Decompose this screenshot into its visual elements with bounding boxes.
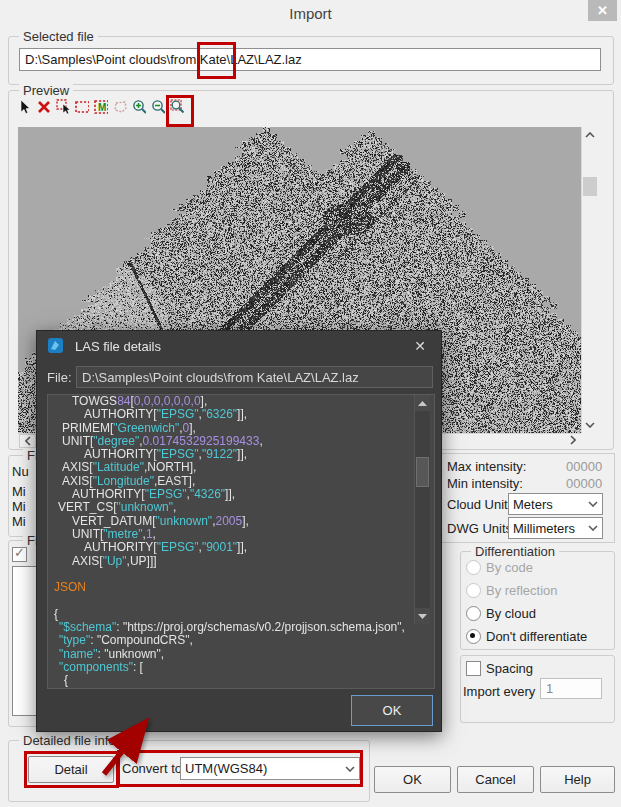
convert-to-value: UTM(WGS84) [185,761,345,776]
delete-selection-icon[interactable] [37,95,51,119]
close-icon: ✕ [597,3,608,18]
zoom-in-icon[interactable] [132,95,146,119]
radio-by-code: By code [466,560,533,575]
file-label: File: [47,370,72,385]
select-cursor-icon[interactable] [18,95,32,119]
close-button[interactable]: ✕ [588,0,617,21]
radio-icon [466,560,481,575]
zoom-window-icon[interactable] [170,95,184,119]
las-file-details-dialog: LAS file details ✕ File: D:\Samples\Poin… [36,330,442,732]
file-info-row: Nu [12,464,29,479]
cancel-button[interactable]: Cancel [457,766,534,793]
scroll-left-icon[interactable] [19,434,36,448]
import-every-label: Import every [463,684,535,699]
scroll-up-icon[interactable] [583,128,596,142]
zoom-out-icon[interactable] [151,95,165,119]
las-code-scrollbar[interactable] [414,395,430,624]
chevron-down-icon [345,766,355,772]
file-info-row: Mi [12,514,26,529]
import-every-input: 1 [540,678,602,699]
radio-icon [466,606,481,621]
scroll-down-icon[interactable] [583,418,596,432]
max-intensity-label: Max intensity: [447,459,526,474]
select-by-rectangle-icon[interactable] [56,95,70,119]
las-dialog-title: LAS file details [75,339,161,354]
cloud-units-value: Meters [513,497,588,512]
radio-by-reflection: By reflection [466,583,558,598]
radio-icon [466,629,481,644]
selected-file-input[interactable]: D:\Samples\Point clouds\from Kate\LAZ\LA… [19,48,601,71]
min-intensity-label: Min intensity: [447,476,523,491]
file-info-row: Mi [12,484,26,499]
preview-toolbar: M [18,95,189,119]
file-info-row: Mi [12,499,26,514]
ok-button[interactable]: OK [374,766,451,793]
preview-vscrollbar[interactable] [581,127,598,433]
las-scroll-thumb[interactable] [416,457,429,487]
cloud-units-dropdown[interactable]: Meters [508,493,603,515]
dwg-units-label: DWG Units: [447,521,516,536]
chevron-down-icon [588,525,598,531]
min-intensity-value: 00000 [566,476,602,491]
radio-by-cloud[interactable]: By cloud [466,606,536,621]
convert-to-dropdown[interactable]: UTM(WGS84) [180,757,360,780]
app-icon [47,337,64,357]
differentiation-group-label: Differentiation [471,544,559,559]
selected-file-group: Selected file D:\Samples\Point clouds\fr… [8,36,614,85]
dialog-title: Import [0,5,621,22]
check-icon: ✓ [14,545,25,560]
spacing-checkbox-row[interactable]: Spacing [466,661,533,676]
import-dialog: Import ✕ Selected file D:\Samples\Point … [0,0,621,807]
radio-icon [466,583,481,598]
dwg-units-value: Millimeters [513,521,588,536]
magnify-region-icon[interactable]: M [94,95,108,119]
rectangle-selection-icon[interactable] [75,95,89,119]
las-close-button[interactable]: ✕ [409,336,431,356]
detail-button[interactable]: Detail [28,756,114,783]
convert-to-label: Convert to [122,761,182,776]
las-ok-button[interactable]: OK [351,695,433,726]
filter-checkbox[interactable]: ✓ [12,547,27,562]
max-intensity-value: 00000 [566,459,602,474]
polygon-selection-icon [113,95,127,119]
checkbox-icon [466,661,481,676]
vscroll-thumb[interactable] [583,177,597,196]
chevron-down-icon [588,501,598,507]
scroll-down-icon[interactable] [415,608,430,624]
dwg-units-dropdown[interactable]: Millimeters [508,517,603,539]
help-button[interactable]: Help [540,766,615,793]
radio-dont-differentiate[interactable]: Don't differentiate [466,629,587,644]
scroll-up-icon[interactable] [415,395,430,411]
svg-text:M: M [98,102,106,113]
detailed-file-info-label: Detailed file info [19,733,120,748]
scroll-right-icon[interactable] [565,434,580,446]
las-file-path[interactable]: D:\Samples\Point clouds\from Kate\LAZ\LA… [76,366,433,388]
selected-file-group-label: Selected file [19,29,98,44]
las-code[interactable]: TOWGS84[0,0,0,0,0,0,0],AUTHORITY["EPSG",… [47,394,435,689]
